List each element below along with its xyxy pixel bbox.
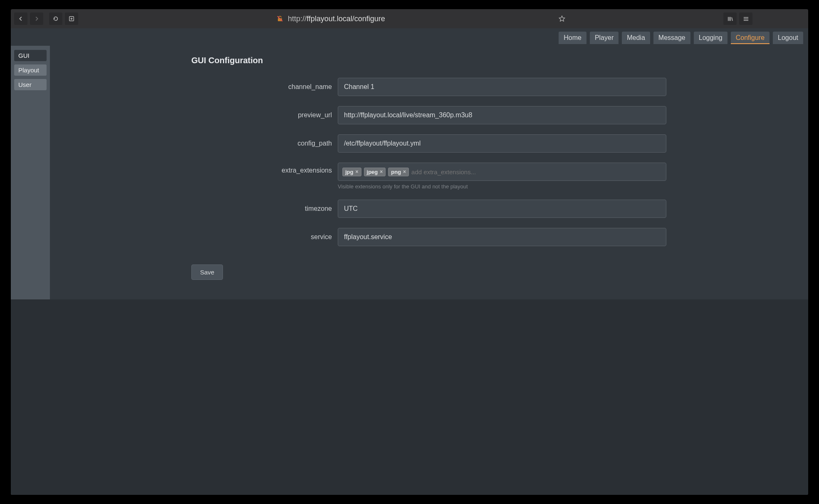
svg-rect-2 <box>778 17 781 20</box>
tag-jpeg: jpeg × <box>364 168 386 176</box>
forward-button[interactable] <box>30 12 43 25</box>
label-timezone: timezone <box>191 205 338 212</box>
back-button[interactable] <box>14 12 27 25</box>
tag-remove-icon[interactable]: × <box>380 169 383 175</box>
tag-jpg: jpg × <box>342 168 361 176</box>
input-timezone[interactable] <box>338 200 666 218</box>
row-timezone: timezone <box>191 200 808 218</box>
new-tab-button[interactable] <box>65 12 78 25</box>
tag-label: jpeg <box>367 169 378 175</box>
nav-tab-logging[interactable]: Logging <box>694 32 727 44</box>
sidebar-tab-playout[interactable]: Playout <box>14 64 47 76</box>
library-icon[interactable] <box>723 12 737 25</box>
tag-remove-icon[interactable]: × <box>403 169 406 175</box>
label-channel-name: channel_name <box>191 83 338 91</box>
row-extra-extensions: extra_extensions jpg × jpeg × <box>191 163 808 190</box>
nav-tab-player[interactable]: Player <box>590 32 619 44</box>
nav-tab-logout[interactable]: Logout <box>773 32 803 44</box>
input-config-path[interactable] <box>338 134 666 153</box>
nav-tab-message[interactable]: Message <box>653 32 690 44</box>
tag-label: jpg <box>345 169 354 175</box>
row-config-path: config_path <box>191 134 808 153</box>
minimize-button[interactable] <box>755 12 770 25</box>
input-channel-name[interactable] <box>338 78 666 96</box>
page-title: GUI Configuration <box>191 56 808 65</box>
sidebar-tab-gui[interactable]: GUI <box>14 50 47 61</box>
label-preview-url: preview_url <box>191 111 338 119</box>
row-service: service <box>191 228 808 246</box>
top-nav: Home Player Media Message Logging Config… <box>11 28 808 46</box>
browser-toolbar: http://ffplayout.local/configure <box>11 9 808 28</box>
insecure-lock-icon <box>276 15 284 22</box>
input-service[interactable] <box>338 228 666 246</box>
nav-tab-configure[interactable]: Configure <box>731 32 770 44</box>
help-extra-extensions: Visible extensions only for the GUI and … <box>338 183 666 190</box>
maximize-button[interactable] <box>772 12 787 25</box>
input-extra-extensions[interactable]: jpg × jpeg × png × <box>338 163 666 181</box>
row-channel-name: channel_name <box>191 78 808 96</box>
tag-remove-icon[interactable]: × <box>356 169 359 175</box>
nav-tab-home[interactable]: Home <box>559 32 586 44</box>
hamburger-menu-icon[interactable] <box>739 12 752 25</box>
label-extra-extensions: extra_extensions <box>191 163 338 174</box>
browser-window: http://ffplayout.local/configure <box>11 9 808 495</box>
label-service: service <box>191 233 338 241</box>
browser-right-controls <box>723 12 805 25</box>
reload-button[interactable] <box>49 12 62 25</box>
page-body: Home Player Media Message Logging Config… <box>11 28 808 495</box>
save-button[interactable]: Save <box>191 264 223 280</box>
sidebar-tab-user[interactable]: User <box>14 79 47 90</box>
tag-png: png × <box>388 168 409 176</box>
url-host-path: ffplayout.local/configure <box>307 15 385 23</box>
input-preview-url[interactable] <box>338 106 666 124</box>
close-window-button[interactable] <box>790 12 805 25</box>
url-protocol: http:// <box>288 15 307 23</box>
nav-tab-media[interactable]: Media <box>622 32 650 44</box>
input-extra-extensions-text[interactable] <box>411 168 662 175</box>
bookmark-star-icon[interactable] <box>555 12 569 25</box>
row-preview-url: preview_url <box>191 106 808 124</box>
main-panel: GUI Configuration channel_name preview_u… <box>50 46 808 299</box>
url-text: http://ffplayout.local/configure <box>288 15 385 23</box>
tag-label: png <box>391 169 401 175</box>
save-row: Save <box>191 264 808 280</box>
empty-region <box>11 299 808 495</box>
url-bar[interactable]: http://ffplayout.local/configure <box>81 15 553 23</box>
label-config-path: config_path <box>191 140 338 147</box>
